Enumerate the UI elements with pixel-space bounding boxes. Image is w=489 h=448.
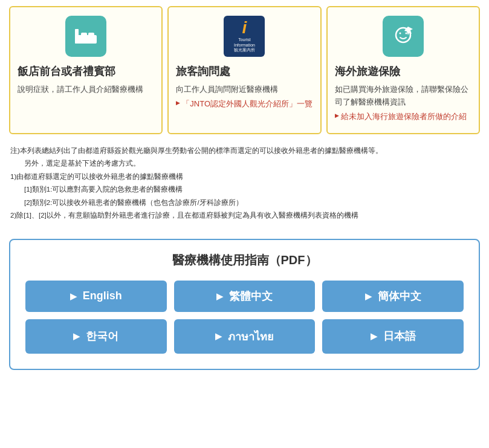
pdf-btn-korean-label: 한국어 [86, 329, 118, 343]
pdf-btn-trad-cn-label: 繁體中文 [229, 289, 273, 304]
notes-item2: 2)除[1]、[2]以外，有意願協助對外籍患者進行診療，且在都道府縣被判定為具有… [10, 210, 479, 222]
insurance-card-title: 海外旅遊保險 [335, 64, 400, 79]
pdf-btn-korean-arrow: ▶ [73, 331, 80, 341]
tourist-info-card-desc: 向工作人員詢問附近醫療機構 [176, 83, 278, 96]
svg-rect-1 [75, 29, 79, 44]
hotel-card-title: 飯店前台或者禮賓部 [18, 64, 115, 79]
tourist-info-text: TouristInformation観光案内所 [234, 37, 255, 53]
svg-point-5 [399, 33, 401, 34]
tourist-info-icon-wrap: i TouristInformation観光案内所 [176, 16, 313, 57]
insurance-svg [390, 23, 416, 50]
pdf-btn-english[interactable]: ▶ English [25, 281, 167, 312]
info-i-symbol: i [242, 19, 247, 36]
pdf-btn-japanese-arrow: ▶ [371, 331, 377, 341]
pdf-btn-simp-cn-label: 簡体中文 [378, 289, 421, 304]
notes-item1-sub2: [2]類別2:可以接收外籍患者的醫療機構（也包含診療所/牙科診療所） [10, 197, 479, 209]
svg-point-6 [405, 33, 407, 34]
insurance-icon-wrap [335, 16, 471, 57]
pdf-btn-simplified-chinese[interactable]: ▶ 簡体中文 [322, 281, 464, 312]
notes-intro: 注)本列表總結列出了由都道府縣簽於觀光廳與厚生勞動省公開的標準而選定的可以接收外… [10, 145, 479, 157]
cards-row: 飯店前台或者禮賓部 說明症狀，請工作人員介紹醫療機構 i TouristInfo… [9, 6, 480, 134]
tourist-info-link[interactable]: 「JNTO認定外國人觀光介紹所」一覽 [176, 99, 313, 109]
pdf-btn-simp-cn-arrow: ▶ [365, 291, 372, 301]
svg-rect-2 [81, 33, 87, 37]
tourist-info-card-title: 旅客詢問處 [176, 64, 230, 79]
insurance-card-desc: 如已購買海外旅遊保險，請聯繫保險公司了解醫療機構資訊 [335, 83, 471, 109]
pdf-btn-thai-arrow: ▶ [215, 331, 222, 341]
pdf-btn-english-label: English [83, 290, 122, 302]
pdf-btn-thai[interactable]: ▶ ภาษาไทย [174, 319, 316, 354]
svg-rect-3 [88, 33, 94, 37]
pdf-btn-trad-cn-arrow: ▶ [216, 291, 223, 301]
pdf-btn-thai-label: ภาษาไทย [228, 328, 274, 345]
hotel-card: 飯店前台或者禮賓部 說明症狀，請工作人員介紹醫療機構 [9, 6, 163, 134]
pdf-section-title: 醫療機構使用指南（PDF） [25, 252, 464, 268]
insurance-icon [383, 16, 424, 57]
pdf-btn-korean[interactable]: ▶ 한국어 [25, 319, 167, 354]
pdf-section: 醫療機構使用指南（PDF） ▶ English ▶ 繁體中文 ▶ 簡体中文 ▶ … [9, 239, 480, 370]
hotel-card-desc: 說明症狀，請工作人員介紹醫療機構 [18, 83, 143, 96]
pdf-btn-traditional-chinese[interactable]: ▶ 繁體中文 [174, 281, 316, 312]
tourist-info-icon: i TouristInformation観光案内所 [224, 16, 265, 57]
insurance-link[interactable]: 給未加入海行旅遊保險者所做的介紹 [335, 111, 467, 122]
pdf-btn-english-arrow: ▶ [70, 291, 77, 301]
pdf-btn-japanese-label: 日本語 [383, 329, 416, 343]
insurance-card: 海外旅遊保險 如已購買海外旅遊保險，請聯繫保險公司了解醫療機構資訊 給未加入海行… [326, 6, 480, 134]
tourist-info-card: i TouristInformation観光案内所 旅客詢問處 向工作人員詢問附… [167, 6, 321, 134]
notes-item1: 1)由都道府縣選定的可以接收外籍患者的據點醫療機構 [10, 171, 479, 183]
hotel-svg [73, 23, 99, 50]
hotel-icon [65, 16, 106, 57]
pdf-buttons-grid: ▶ English ▶ 繁體中文 ▶ 簡体中文 ▶ 한국어 ▶ ภาษาไทย … [25, 281, 464, 354]
notes-sub-intro: 另外，選定是基於下述的考慮方式。 [10, 158, 479, 170]
notes-item1-sub1: [1]類別1:可以應對高要入院的急救患者的醫療機構 [10, 184, 479, 196]
notes-section: 注)本列表總結列出了由都道府縣簽於觀光廳與厚生勞動省公開的標準而選定的可以接收外… [9, 141, 480, 227]
hotel-icon-wrap [18, 16, 154, 57]
pdf-btn-japanese[interactable]: ▶ 日本語 [322, 319, 464, 354]
